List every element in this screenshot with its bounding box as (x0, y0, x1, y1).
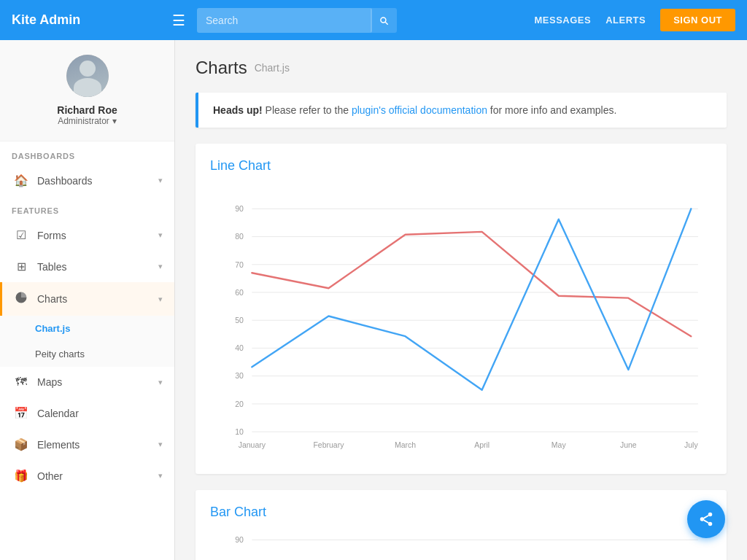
hamburger-button[interactable]: ☰ (172, 12, 185, 29)
home-icon: 🏠 (14, 174, 28, 187)
sidebar-user: Richard Roe Administrator ▾ (0, 40, 174, 141)
sidebar-item-charts[interactable]: Charts ▾ (0, 282, 174, 316)
sidebar-tables-label: Tables (37, 261, 158, 273)
sidebar-subitem-peity[interactable]: Peity charts (0, 341, 174, 367)
sidebar-item-calendar[interactable]: 📅 Calendar (0, 397, 174, 429)
avatar (66, 55, 109, 97)
svg-line-31 (704, 516, 708, 518)
sidebar-elements-label: Elements (37, 439, 158, 451)
alert-link[interactable]: plugin's official documentation (352, 104, 487, 116)
line-chart-blue-series (252, 209, 691, 389)
chevron-down-icon: ▾ (158, 262, 163, 271)
svg-point-29 (708, 522, 713, 526)
sidebar-item-maps[interactable]: 🗺 Maps ▾ (0, 367, 174, 397)
svg-text:April: April (474, 440, 489, 449)
bar-chart-area: 90 (210, 532, 712, 560)
svg-point-27 (708, 513, 713, 517)
topnav-right: MESSAGES ALERTS SIGN OUT (534, 9, 735, 31)
svg-text:40: 40 (235, 343, 244, 352)
sidebar-item-dashboards[interactable]: 🏠 Dashboards ▾ (0, 165, 174, 196)
sidebar-item-elements[interactable]: 📦 Elements ▾ (0, 429, 174, 460)
sidebar: Richard Roe Administrator ▾ DASHBOARDS 🏠… (0, 40, 175, 560)
svg-text:June: June (620, 440, 637, 449)
topnav: Kite Admin ☰ MESSAGES ALERTS SIGN OUT (0, 0, 747, 40)
line-chart-card: Line Chart 90 80 70 60 (196, 144, 727, 474)
line-chart-area: 90 80 70 60 50 40 30 20 10 January Febru… (210, 185, 712, 462)
chevron-down-icon: ▾ (158, 471, 163, 481)
main-content: Charts Chart.js Heads up! Please refer t… (175, 40, 747, 560)
sidebar-calendar-label: Calendar (37, 408, 163, 419)
elements-icon: 📦 (14, 438, 28, 451)
chevron-down-icon: ▾ (158, 230, 163, 240)
svg-text:90: 90 (235, 535, 244, 544)
sidebar-charts-label: Charts (37, 293, 158, 305)
sidebar-subitem-chartjs[interactable]: Chart.js (0, 316, 174, 341)
svg-text:May: May (551, 440, 567, 449)
alerts-link[interactable]: ALERTS (605, 15, 646, 26)
alert-text: Please refer to the (266, 104, 352, 116)
svg-text:February: February (313, 440, 344, 449)
chevron-down-icon: ▾ (158, 378, 163, 387)
alert-after: for more info and examples. (490, 104, 617, 116)
page-subtitle: Chart.js (255, 62, 290, 74)
layout: Richard Roe Administrator ▾ DASHBOARDS 🏠… (0, 40, 747, 560)
sidebar-item-forms[interactable]: ☑ Forms ▾ (0, 219, 174, 251)
svg-text:50: 50 (235, 316, 244, 324)
svg-text:July: July (684, 440, 698, 449)
sidebar-role[interactable]: Administrator ▾ (58, 116, 117, 126)
brand-title: Kite Admin (12, 12, 172, 28)
svg-line-30 (704, 520, 708, 523)
sidebar-username: Richard Roe (57, 104, 117, 116)
alert-box: Heads up! Please refer to the plugin's o… (196, 93, 727, 128)
forms-icon: ☑ (14, 228, 28, 242)
charts-icon (14, 291, 28, 307)
svg-text:60: 60 (235, 288, 244, 297)
alert-bold: Heads up! (213, 104, 263, 116)
svg-text:January: January (239, 440, 266, 449)
other-icon: 🎁 (14, 469, 28, 483)
bar-chart-title: Bar Chart (210, 505, 712, 520)
svg-point-28 (700, 517, 705, 521)
signout-button[interactable]: SIGN OUT (660, 9, 735, 31)
messages-link[interactable]: MESSAGES (534, 15, 591, 26)
charts-submenu: Chart.js Peity charts (0, 316, 174, 367)
line-chart-red-series (252, 232, 691, 336)
chevron-down-icon: ▾ (158, 295, 163, 304)
svg-text:20: 20 (235, 400, 244, 408)
search-input[interactable] (197, 8, 372, 33)
svg-text:30: 30 (235, 371, 244, 380)
sidebar-item-other[interactable]: 🎁 Other ▾ (0, 460, 174, 491)
chevron-down-icon: ▾ (158, 176, 163, 185)
page-header: Charts Chart.js (196, 58, 727, 78)
sidebar-dashboards-label: Dashboards (37, 175, 158, 187)
line-chart-title: Line Chart (210, 158, 712, 174)
svg-text:90: 90 (235, 204, 244, 213)
line-chart-svg: 90 80 70 60 50 40 30 20 10 January Febru… (210, 185, 712, 462)
svg-text:80: 80 (235, 232, 244, 241)
calendar-icon: 📅 (14, 406, 28, 420)
bar-chart-card: Bar Chart 90 (196, 490, 727, 560)
svg-text:70: 70 (235, 260, 244, 269)
section-features: FEATURES (0, 196, 174, 219)
chevron-down-icon: ▾ (158, 440, 163, 449)
section-dashboards: DASHBOARDS (0, 141, 174, 165)
sidebar-other-label: Other (37, 470, 158, 482)
search-icon[interactable] (371, 8, 397, 33)
svg-text:10: 10 (235, 427, 244, 436)
svg-text:March: March (395, 440, 416, 449)
fab-button[interactable] (687, 500, 725, 538)
tables-icon: ⊞ (14, 260, 28, 273)
maps-icon: 🗺 (14, 376, 28, 389)
page-title: Charts Chart.js (196, 58, 727, 78)
bar-chart-svg: 90 (210, 532, 712, 560)
sidebar-item-tables[interactable]: ⊞ Tables ▾ (0, 251, 174, 282)
sidebar-maps-label: Maps (37, 376, 158, 388)
sidebar-forms-label: Forms (37, 230, 158, 241)
